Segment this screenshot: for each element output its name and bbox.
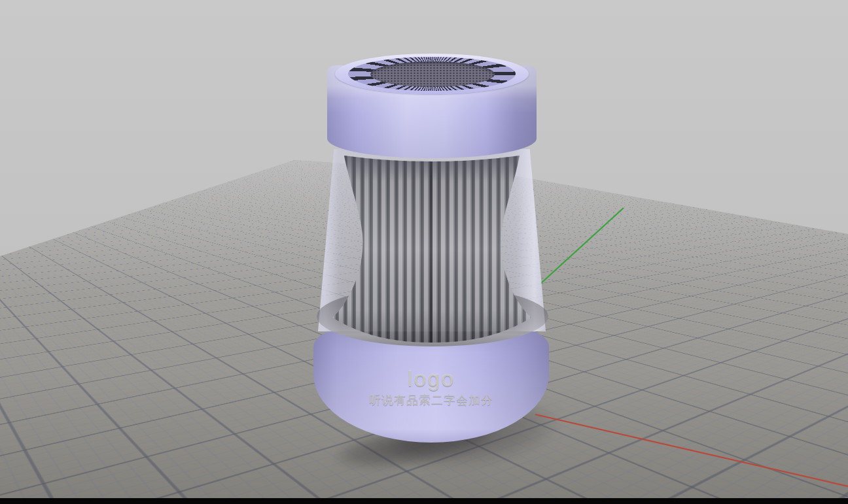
render-viewport[interactable]: logo 听说有品索二字会加分 xyxy=(0,0,848,504)
filter-fins xyxy=(322,153,542,344)
vent-mesh xyxy=(370,61,495,87)
fin-shading xyxy=(332,156,531,343)
letterbox-bar xyxy=(0,498,848,504)
